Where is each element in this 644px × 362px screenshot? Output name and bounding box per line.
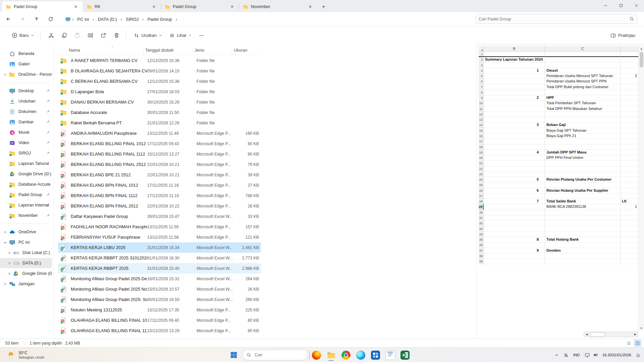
row-header-34[interactable]: 34 — [479, 232, 484, 237]
cell-B3[interactable] — [484, 63, 545, 68]
cell-B26[interactable]: 6 — [484, 188, 545, 193]
breadcrumb-item[interactable]: DATA (D:) — [95, 16, 119, 23]
cell-D22[interactable] — [621, 166, 638, 172]
sidebar-item-dokumen[interactable]: Dokumen — [0, 107, 52, 117]
cell-D9[interactable] — [621, 95, 638, 101]
sidebar-item-disk-lokal-c-[interactable]: Disk Lokal (C:) — [0, 248, 52, 258]
tab-november[interactable]: November✕ — [239, 1, 317, 12]
file-row[interactable]: PDFBERKAH ELANG BPN FINAL 111217/12/2025… — [58, 190, 261, 201]
cell-D5[interactable]: 2 — [621, 73, 638, 79]
file-row[interactable]: PDFBERKAH ELANG BILLING FINAL 101217/11/… — [58, 138, 261, 149]
cell-C1[interactable] — [545, 52, 621, 57]
cell-B24[interactable]: 5 — [484, 177, 545, 182]
cell-D26[interactable] — [621, 188, 638, 193]
cell-D31[interactable] — [621, 215, 638, 221]
row-header-9[interactable]: 9 — [479, 95, 484, 101]
cell-B14[interactable]: 3 — [484, 122, 545, 128]
sidebar-item-siroj[interactable]: SIROJ — [0, 148, 52, 158]
file-row[interactable]: PDFBERKAH ELANG BILLING FINAL 111215/12/… — [58, 149, 261, 159]
cell-D24[interactable] — [621, 177, 638, 182]
cell-C2[interactable] — [545, 57, 621, 62]
cell-D17[interactable] — [621, 139, 638, 144]
sidebar-item-beranda[interactable]: Beranda — [0, 49, 52, 59]
row-header-2[interactable]: 2 — [479, 57, 484, 62]
cell-B36[interactable] — [484, 242, 545, 248]
row-header-18[interactable]: 18 — [479, 144, 484, 150]
cell-D27[interactable] — [621, 193, 638, 199]
cell-C18[interactable] — [545, 144, 621, 150]
row-header-38[interactable]: 38 — [479, 253, 484, 259]
cell-B35[interactable]: 8 — [484, 237, 545, 242]
cell-B8[interactable] — [484, 90, 545, 95]
cell-B29[interactable] — [484, 204, 545, 209]
row-header-22[interactable]: 22 — [479, 166, 484, 172]
row-header-39[interactable]: 39 — [479, 259, 484, 264]
start-button[interactable] — [227, 349, 240, 361]
cell-C38[interactable] — [545, 253, 621, 259]
sidebar-item-gambar[interactable]: Gambar — [0, 117, 52, 127]
cell-D4[interactable] — [621, 68, 638, 73]
cell-B16[interactable] — [484, 133, 545, 139]
edge-icon[interactable] — [354, 349, 367, 361]
file-row[interactable]: PDFOLAHRAGA ELANG BILLING FINAL 111215/1… — [58, 325, 261, 336]
search-icon[interactable] — [629, 16, 634, 21]
cell-D10[interactable] — [621, 101, 638, 106]
row-header-26[interactable]: 26 — [479, 188, 484, 193]
cell-D11[interactable] — [621, 106, 638, 112]
column-header-type[interactable]: Jenis — [195, 48, 234, 53]
tab-padel-group[interactable]: Padel Group✕ — [2, 1, 83, 12]
cell-C39[interactable] — [545, 259, 621, 264]
row-header-15[interactable]: 15 — [479, 128, 484, 133]
search-input[interactable] — [476, 17, 629, 21]
row-header-25[interactable]: 25 — [479, 182, 484, 188]
tab-close-icon[interactable]: ✕ — [72, 4, 79, 9]
volume-icon[interactable] — [590, 349, 600, 361]
chevron-right-icon[interactable] — [7, 251, 11, 255]
close-button[interactable] — [629, 0, 644, 11]
file-row[interactable]: Database Accurate30/01/2026 11.50Folder … — [58, 107, 261, 118]
cell-B4[interactable]: 1 — [484, 68, 545, 73]
hscroll-thumb[interactable] — [590, 333, 605, 337]
file-row[interactable]: KERTAS KERJA RBBPT 2025 3101202631/01/20… — [58, 253, 261, 263]
scroll-left-icon[interactable]: ◀ — [584, 333, 589, 336]
cell-D15[interactable] — [621, 128, 638, 133]
copy-button[interactable] — [58, 30, 70, 41]
cell-D16[interactable] — [621, 133, 638, 139]
cell-C27[interactable] — [545, 193, 621, 199]
details-view-toggle[interactable] — [634, 340, 641, 347]
hidden-icons-chevron[interactable] — [552, 349, 561, 361]
weather-widget[interactable]: 30°C Sebagian cerah — [5, 349, 46, 361]
cell-B5[interactable] — [484, 73, 545, 79]
breadcrumb-item[interactable]: PC ini — [75, 16, 91, 23]
row-header-28[interactable]: 28 — [479, 199, 484, 204]
file-row[interactable]: A RAKET MERPATI TERBANG CV12/12/2025 15.… — [58, 55, 261, 66]
row-header-29[interactable]: 29 — [479, 204, 484, 209]
row-header-16[interactable]: 16 — [479, 133, 484, 139]
file-row[interactable]: PDFFADHILLAH NOOR RACHMAH Passphrase13/1… — [58, 222, 261, 232]
cell-D38[interactable] — [621, 253, 638, 259]
excel-icon[interactable] — [398, 349, 411, 361]
cell-B27[interactable] — [484, 193, 545, 199]
file-row[interactable]: PDFBERKAH ELANG BILLING FINAL 251222/01/… — [58, 159, 261, 170]
sidebar-item-onedrive-persona[interactable]: OneDrive - Persona — [0, 69, 52, 79]
cell-D8[interactable] — [621, 90, 638, 95]
cell-B9[interactable]: 2 — [484, 95, 545, 101]
row-header-33[interactable]: 33 — [479, 226, 484, 232]
cell-D28[interactable]: LK — [621, 199, 638, 204]
row-header-17[interactable]: 17 — [479, 139, 484, 144]
tab-padel-group[interactable]: Padel Group✕ — [161, 1, 239, 12]
scroll-up-icon[interactable]: ▲ — [639, 46, 644, 51]
cell-C32[interactable] — [545, 221, 621, 226]
file-row[interactable]: C BERKAH ELANG BERSAMA CV12/12/2025 15.3… — [58, 76, 261, 86]
cell-C21[interactable] — [545, 161, 621, 166]
cell-C20[interactable]: DPP PPH Final Umkm — [545, 155, 621, 161]
minimize-button[interactable] — [598, 0, 613, 11]
cell-C22[interactable] — [545, 166, 621, 172]
cell-D7[interactable] — [621, 84, 638, 90]
cell-C13[interactable] — [545, 117, 621, 122]
cell-C6[interactable]: Peredaran Usaha Menurut SPT PPN — [545, 79, 621, 84]
cell-C36[interactable] — [545, 242, 621, 248]
notifications-bell-icon[interactable] — [633, 349, 644, 361]
tab-close-icon[interactable]: ✕ — [151, 4, 157, 9]
chevron-right-icon[interactable] — [3, 73, 7, 76]
